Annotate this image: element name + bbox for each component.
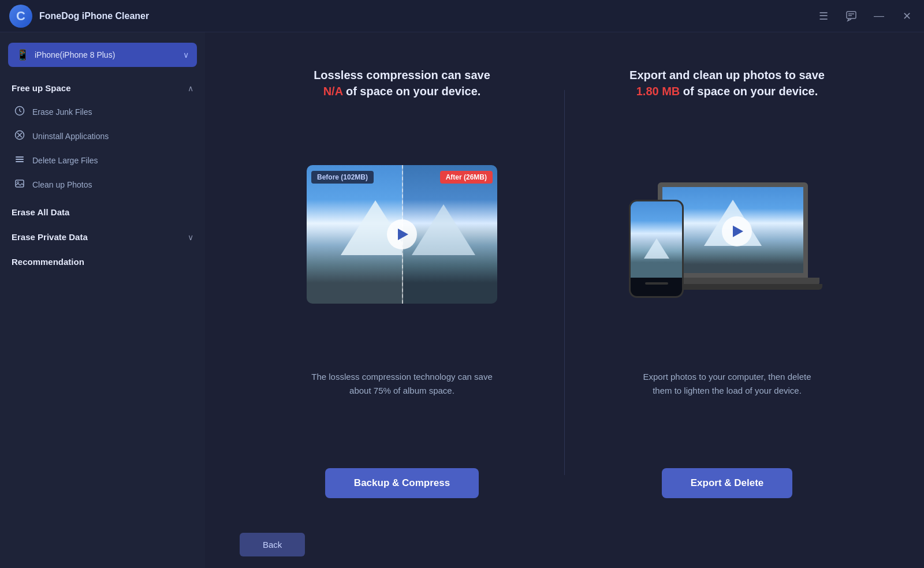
export-delete-button[interactable]: Export & Delete	[662, 468, 793, 498]
menu-button[interactable]: ☰	[815, 8, 832, 24]
phone-home-bar	[645, 282, 668, 285]
device-mockup	[629, 165, 825, 304]
clean-photos-label: Clean up Photos	[32, 180, 92, 189]
sidebar-item-recommendation[interactable]: Recommendation	[0, 249, 205, 275]
svg-point-13	[17, 182, 19, 184]
svg-line-5	[20, 111, 21, 112]
sidebar-item-delete-large[interactable]: Delete Large Files	[0, 148, 205, 173]
left-card-image: Before (102MB) After (26MB)	[307, 165, 497, 304]
app-logo: C	[9, 5, 32, 28]
right-highlight: 1.80 MB	[636, 85, 680, 98]
erase-private-label: Erase Private Data	[12, 232, 88, 242]
clock-icon	[14, 106, 25, 118]
device-name: iPhone(iPhone 8 Plus)	[35, 50, 115, 59]
main-content: Lossless compression can save N/A of spa…	[205, 32, 924, 568]
phone-device-mockup	[629, 200, 684, 298]
app-title: FoneDog iPhone Cleaner	[39, 11, 149, 21]
left-card-headline: Lossless compression can save N/A of spa…	[314, 67, 490, 99]
sidebar-item-clean-photos[interactable]: Clean up Photos	[0, 173, 205, 197]
svg-rect-10	[16, 159, 24, 160]
before-badge: Before (102MB)	[311, 171, 374, 184]
uninstall-apps-label: Uninstall Applications	[32, 132, 109, 141]
play-button-left[interactable]	[387, 219, 417, 249]
free-up-space-section: Free up Space ∧ Erase Junk Files	[0, 76, 205, 197]
svg-rect-9	[16, 156, 24, 158]
photos-icon	[14, 178, 25, 191]
cards-area: Lossless compression can save N/A of spa…	[205, 32, 924, 521]
erase-private-toggle: ∨	[188, 233, 193, 242]
phone-icon: 📱	[16, 48, 29, 61]
right-card: Export and clean up photos to save 1.80 …	[565, 55, 889, 510]
play-button-right[interactable]	[722, 216, 752, 246]
left-card: Lossless compression can save N/A of spa…	[240, 55, 564, 510]
delete-large-label: Delete Large Files	[32, 156, 98, 165]
left-highlight: N/A	[323, 85, 343, 98]
chat-button[interactable]	[843, 8, 859, 24]
back-button[interactable]: Back	[240, 533, 305, 556]
titlebar: C FoneDog iPhone Cleaner ☰ — ✕	[0, 0, 924, 32]
apps-icon	[14, 130, 25, 143]
sidebar-item-erase-all[interactable]: Erase All Data	[0, 199, 205, 225]
right-card-headline: Export and clean up photos to save 1.80 …	[629, 67, 825, 99]
free-up-space-title: Free up Space	[12, 83, 71, 93]
sidebar: 📱 iPhone(iPhone 8 Plus) ∨ Free up Space …	[0, 32, 205, 568]
right-card-desc: Export photos to your computer, then del…	[635, 370, 819, 398]
svg-rect-0	[847, 12, 856, 18]
files-icon	[14, 154, 25, 167]
left-card-desc: The lossless compression technology can …	[310, 370, 494, 398]
free-up-space-toggle: ∧	[188, 84, 193, 93]
titlebar-left: C FoneDog iPhone Cleaner	[9, 5, 149, 28]
chevron-down-icon: ∨	[183, 50, 189, 59]
erase-junk-label: Erase Junk Files	[32, 107, 92, 117]
minimize-button[interactable]: —	[871, 8, 887, 24]
svg-rect-12	[16, 180, 24, 187]
phone-screen	[631, 201, 682, 277]
device-selector[interactable]: 📱 iPhone(iPhone 8 Plus) ∨	[8, 43, 197, 67]
after-badge: After (26MB)	[440, 171, 493, 184]
backup-compress-button[interactable]: Backup & Compress	[325, 468, 479, 498]
svg-rect-11	[16, 161, 24, 162]
bottom-bar: Back	[205, 521, 924, 568]
sidebar-item-erase-private[interactable]: Erase Private Data ∨	[0, 225, 205, 249]
sidebar-item-erase-junk[interactable]: Erase Junk Files	[0, 100, 205, 124]
close-button[interactable]: ✕	[899, 8, 915, 24]
titlebar-controls: ☰ — ✕	[815, 8, 915, 24]
free-up-space-header[interactable]: Free up Space ∧	[0, 76, 205, 100]
sidebar-item-uninstall-apps[interactable]: Uninstall Applications	[0, 124, 205, 148]
app-body: 📱 iPhone(iPhone 8 Plus) ∨ Free up Space …	[0, 32, 924, 568]
